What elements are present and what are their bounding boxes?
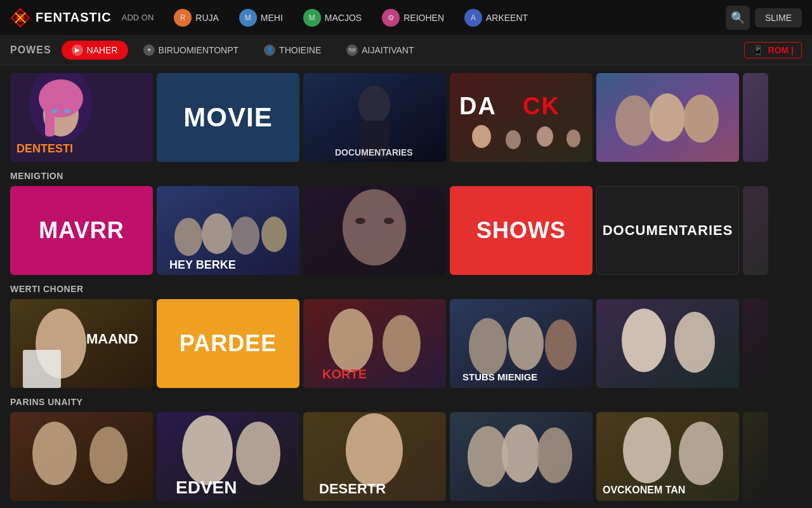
row4a-visual [10,412,153,501]
svg-rect-64 [10,412,153,501]
action-visual [450,412,593,501]
svg-point-24 [566,130,580,147]
top-nav: FENTASTIC ADD ON R RUJA M MEHI M MACJOS … [0,0,812,35]
card-partial-2[interactable] [743,186,768,275]
dentesti-visual: DENTESTI [10,73,153,162]
svg-text:DOCUMENTARIES: DOCUMENTARIES [335,147,413,157]
svg-point-55 [469,318,507,375]
app-title: FENTASTIC [36,10,112,25]
avatar-ruja: R [174,9,192,27]
card-partial-3[interactable] [743,299,768,388]
svg-point-14 [358,86,390,124]
card-shows[interactable]: SHOWS [450,186,593,275]
card-colorful[interactable] [596,73,739,162]
signin-button[interactable]: SLIME [755,8,802,27]
svg-point-9 [51,109,58,113]
card-thriller[interactable] [303,186,446,275]
stubs-visual: STUBS MIENIGE [450,299,593,388]
filter-thoieine[interactable]: 👤 THOIEINE [254,41,331,60]
colorful-group-visual [596,73,739,162]
svg-point-65 [32,422,77,485]
card-mavrr[interactable]: MAVRR [10,186,153,275]
row3-title: WERTI CHONER [10,284,802,294]
card-pardee[interactable]: PARDEE [157,299,299,388]
card-korte[interactable]: KORTE [303,299,446,388]
card-overkonem[interactable]: OVCKONEM TAN [596,412,739,501]
row1-cards: DENTESTI MOVIE [10,73,802,162]
martial-visual: MAAND [10,299,153,388]
profile-name-ruja: RUJA [195,13,219,23]
person-icon: 👤 [264,44,275,56]
svg-point-79 [502,424,540,483]
card-partial-4[interactable] [743,412,768,501]
search-button[interactable]: 🔍 [726,6,750,30]
main-content: MENIGTION [0,65,812,508]
phone-icon: 📱 [752,45,763,55]
documentaries-text: DOCUMENTARIES [603,222,733,239]
logo[interactable]: FENTASTIC [10,8,112,28]
nav-profile-mehi[interactable]: M MEHI [232,6,291,30]
card-drama[interactable] [596,299,739,388]
nav-profile-ruja[interactable]: R RUJA [166,6,226,30]
svg-text:DENTESTI: DENTESTI [16,142,73,155]
fork-icon: 🍽 [346,44,358,56]
svg-text:KORTE: KORTE [322,367,367,381]
profile-name-reiohen: REIOHEN [403,13,444,23]
filter-biruom-label: BIRUOMIENTONPT [159,45,239,55]
filter-aijai-label: AIJAITIVANT [362,45,414,55]
card-hey-berke[interactable]: HEY BERKE [157,186,299,275]
korte-visual: KORTE [303,299,446,388]
nav-profile-macjos[interactable]: M MACJOS [296,6,369,30]
card-row4a[interactable] [10,412,153,501]
svg-point-70 [236,422,280,485]
svg-point-57 [545,319,577,370]
card-dark-ck[interactable]: DA CK [450,73,593,162]
dark-film-visual: DOCUMENTARIES [303,73,446,162]
filter-naher-label: NAHER [87,45,118,55]
card-stubs[interactable]: STUBS MIENIGE [450,299,593,388]
sub-nav: POWES ▶ NAHER ✦ BIRUOMIENTONPT 👤 THOIEIN… [0,35,812,65]
svg-point-80 [537,427,572,483]
card-documentaries-solid[interactable]: DOCUMENTARIES [596,186,739,275]
svg-rect-46 [23,350,61,388]
filter-naher[interactable]: ▶ NAHER [62,41,128,60]
svg-point-50 [329,309,373,372]
svg-point-62 [674,312,715,373]
svg-rect-60 [596,299,739,388]
card-dentesti[interactable]: DENTESTI [10,73,153,162]
logo-icon [10,8,30,28]
filter-aijai[interactable]: 🍽 AIJAITIVANT [336,41,424,60]
section-label: POWES [10,44,51,56]
mavrr-text: MAVRR [39,217,124,244]
svg-point-32 [174,218,202,256]
card-partial-1[interactable] [743,73,768,162]
nav-profile-arkeent[interactable]: A ARKEENT [457,6,535,30]
row4-title: PARINS UNAITY [10,397,802,407]
svg-point-34 [232,217,259,255]
filter-biruom[interactable]: ✦ BIRUOMIENTONPT [133,41,249,60]
card-documentaries[interactable]: DOCUMENTARIES [303,73,446,162]
filter-thoieine-label: THOIEINE [279,45,321,55]
drama-visual [596,299,739,388]
svg-point-29 [683,95,719,143]
card-action[interactable] [450,412,593,501]
avatar-reiohen: ⚙ [382,9,400,27]
avatar-macjos: M [303,9,321,27]
card-desert[interactable]: DESERTR [303,412,446,501]
svg-text:DA: DA [459,93,497,119]
rom-badge-text: ROM | [768,45,794,55]
svg-point-66 [89,427,128,484]
card-edven[interactable]: EDVEN [157,412,299,501]
edven-visual: EDVEN [157,412,299,501]
dark-ck-visual: DA CK [450,73,593,162]
nav-profile-reiohen[interactable]: ⚙ REIOHEN [374,6,452,30]
svg-text:DESERTR: DESERTR [319,481,386,497]
svg-point-51 [383,315,421,372]
svg-rect-8 [45,98,55,137]
card-martial[interactable]: MAAND [10,299,153,388]
pardee-text: PARDEE [180,330,277,357]
content-row-1: MENIGTION [10,73,802,162]
svg-point-22 [506,130,521,149]
card-movie[interactable]: MOVIE [157,73,299,162]
svg-point-27 [615,95,653,146]
